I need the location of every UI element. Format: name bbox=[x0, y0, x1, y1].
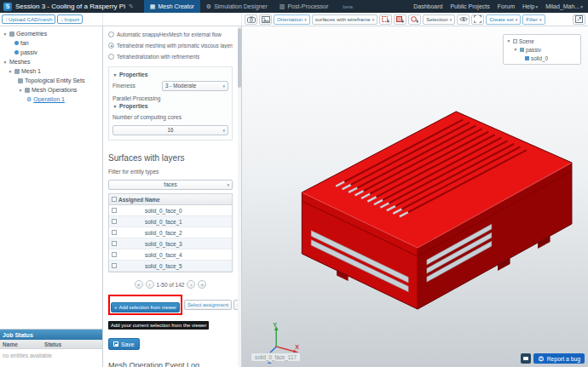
user-menu[interactable]: Milad_Mah...▾ bbox=[545, 3, 583, 9]
select-all-checkbox[interactable] bbox=[112, 197, 117, 202]
tree-item-operation-1[interactable]: ⚙ Operation 1 bbox=[0, 95, 102, 104]
mesh-type-option-snappy[interactable]: Automatic snappyHexMesh for external flo… bbox=[108, 29, 233, 40]
panel-scrollbar[interactable] bbox=[238, 26, 241, 367]
pick-volume-icon[interactable] bbox=[408, 14, 421, 25]
row-checkbox[interactable] bbox=[112, 263, 117, 268]
save-image-icon[interactable] bbox=[259, 14, 272, 25]
create-set-label: Create set bbox=[489, 16, 514, 22]
filter-dropdown[interactable]: Filter ▾ bbox=[522, 14, 545, 25]
chevron-down-icon[interactable]: ▾ bbox=[18, 88, 23, 93]
pick-point-icon[interactable] bbox=[379, 14, 392, 25]
topbar-links: Dashboard Public Projects Forum Help▾ Mi… bbox=[413, 3, 585, 9]
table-row[interactable]: solid_0_face_1 bbox=[109, 216, 232, 227]
entity-filter-select[interactable]: faces ▾ bbox=[108, 180, 233, 190]
chat-widget-icon[interactable] bbox=[521, 353, 531, 364]
row-checkbox[interactable] bbox=[112, 241, 117, 246]
orientation-dropdown[interactable]: Orientation ▾ bbox=[274, 14, 310, 25]
faces-table: Assigned Name solid_0_face_0 solid_0_fac… bbox=[108, 193, 233, 272]
tree-item-fan[interactable]: fan bbox=[0, 38, 102, 48]
last-page-button[interactable]: » bbox=[198, 280, 206, 289]
first-page-button[interactable]: « bbox=[135, 280, 143, 289]
raspberry-pi-case-model[interactable] bbox=[302, 112, 572, 309]
scrollbar-thumb[interactable] bbox=[238, 28, 241, 88]
cores-label: Number of computing cores bbox=[112, 114, 228, 120]
scene-item-solid-0[interactable]: solid_0 bbox=[506, 54, 578, 62]
table-row[interactable]: solid_0_face_0 bbox=[109, 205, 232, 216]
tab-post-processor[interactable]: ▥ Post-Processor bbox=[274, 0, 334, 13]
add-selection-label: Add selection from viewer bbox=[118, 305, 176, 310]
render-mode-dropdown[interactable]: surfaces with wireframe ▾ bbox=[312, 14, 378, 25]
chevron-down-icon: ▾ bbox=[580, 4, 583, 9]
surfaces-with-layers-heading: Surfaces with layers bbox=[108, 153, 233, 163]
mesh-type-option-tet-layers[interactable]: Tetrahedral meshing with prismatic visco… bbox=[108, 40, 233, 51]
row-checkbox[interactable] bbox=[112, 208, 117, 213]
fineness-select[interactable]: 3 - Moderate ▾ bbox=[162, 81, 228, 91]
scene-icon bbox=[513, 39, 517, 43]
prev-page-button[interactable]: ‹ bbox=[146, 280, 154, 289]
tree-label: passiv bbox=[20, 49, 37, 55]
radio-icon[interactable] bbox=[108, 43, 114, 49]
link-help[interactable]: Help▾ bbox=[522, 3, 538, 9]
save-button[interactable]: Save bbox=[108, 338, 140, 350]
select-assignment-button[interactable]: Select assignment bbox=[184, 300, 232, 310]
chevron-down-icon[interactable]: ▾ bbox=[3, 32, 8, 37]
mesh-grid-icon: ▦ bbox=[150, 3, 156, 10]
properties-header[interactable]: ▾ Properties bbox=[112, 70, 228, 79]
pick-face-icon[interactable] bbox=[394, 14, 406, 25]
chevron-down-icon: ▾ bbox=[372, 17, 375, 22]
hide-selection-icon[interactable] bbox=[457, 14, 470, 25]
add-selection-from-viewer-button[interactable]: + Add selection from viewer bbox=[111, 302, 180, 313]
upload-cad-button[interactable]: ↑ Upload CAD/mesh bbox=[2, 14, 55, 24]
save-label: Save bbox=[121, 341, 135, 347]
tree-item-meshes[interactable]: ▾ Meshes bbox=[0, 57, 102, 66]
scene-root-item[interactable]: ▾ Scene bbox=[506, 37, 578, 45]
selection-dropdown[interactable]: Selection ▾ bbox=[423, 14, 455, 25]
radio-icon[interactable] bbox=[108, 54, 114, 60]
cores-select[interactable]: 16 ▾ bbox=[112, 125, 228, 135]
table-row[interactable]: solid_0_face_4 bbox=[109, 249, 232, 261]
model-canvas[interactable]: Y X Z bbox=[242, 26, 588, 367]
chevron-down-icon[interactable]: ▾ bbox=[8, 69, 13, 74]
radio-icon[interactable] bbox=[108, 32, 114, 37]
table-pagination: « ‹ 1-50 of 142 › » bbox=[108, 278, 233, 290]
chevron-down-icon: ▾ bbox=[535, 4, 538, 9]
viewer-toolbar: Orientation ▾ surfaces with wireframe ▾ … bbox=[242, 13, 588, 26]
mesh-type-option-tet-refinements[interactable]: Tetrahedralization with refinements bbox=[108, 51, 233, 62]
next-page-button[interactable]: › bbox=[187, 280, 195, 289]
tab-mesh-creator[interactable]: ▦ Mesh Creator bbox=[144, 0, 200, 13]
import-button[interactable]: ↓ Import bbox=[57, 14, 83, 24]
tree-item-topological-entity-sets[interactable]: Topological Entity Sets bbox=[0, 76, 102, 85]
tree-item-passiv[interactable]: passiv bbox=[0, 48, 102, 57]
entity-set-icon bbox=[18, 78, 23, 83]
parallel-properties-header[interactable]: ▾ Properties bbox=[112, 101, 228, 111]
link-public-projects[interactable]: Public Projects bbox=[450, 3, 489, 9]
row-checkbox[interactable] bbox=[112, 230, 117, 235]
create-set-dropdown[interactable]: Create set ▾ bbox=[486, 14, 521, 25]
link-forum[interactable]: Forum bbox=[498, 3, 515, 9]
tab-simulation-designer[interactable]: ⚙ Simulation Designer bbox=[200, 0, 274, 13]
camera-snapshot-icon[interactable] bbox=[245, 14, 257, 25]
chevron-down-icon[interactable]: ▾ bbox=[3, 60, 8, 65]
scene-item-passiv[interactable]: ▾ passiv bbox=[506, 45, 578, 54]
table-row[interactable]: solid_0_face_3 bbox=[109, 238, 232, 249]
job-status-columns: Name Status bbox=[0, 340, 102, 349]
row-checkbox[interactable] bbox=[112, 219, 117, 224]
tree-item-geometries[interactable]: ▾ Geometries bbox=[0, 29, 102, 38]
row-checkbox[interactable] bbox=[112, 252, 117, 257]
table-row[interactable]: solid_0_face_5 bbox=[109, 261, 232, 272]
app-logo[interactable]: S bbox=[3, 3, 12, 11]
tree-item-mesh-1[interactable]: ▾ Mesh 1 bbox=[0, 66, 102, 76]
report-bug-button[interactable]: Report a bug bbox=[533, 353, 585, 364]
tree-item-mesh-operations[interactable]: ▾ Mesh Operations bbox=[0, 85, 102, 95]
edit-title-icon[interactable]: ✎ bbox=[129, 3, 134, 10]
fit-view-icon[interactable] bbox=[471, 14, 484, 25]
chevron-down-icon[interactable]: ▾ bbox=[513, 47, 518, 52]
geometry-icon bbox=[14, 50, 19, 54]
fullscreen-icon[interactable] bbox=[573, 14, 585, 25]
table-row[interactable]: solid_0_face_2 bbox=[109, 227, 232, 238]
upload-label: Upload CAD/mesh bbox=[9, 16, 52, 22]
tab-label: Mesh Creator bbox=[158, 3, 193, 9]
chevron-down-icon[interactable]: ▾ bbox=[506, 38, 511, 43]
viewer-3d[interactable]: Y X Z ▾ Scene ▾ bbox=[242, 26, 588, 367]
link-dashboard[interactable]: Dashboard bbox=[413, 3, 442, 9]
